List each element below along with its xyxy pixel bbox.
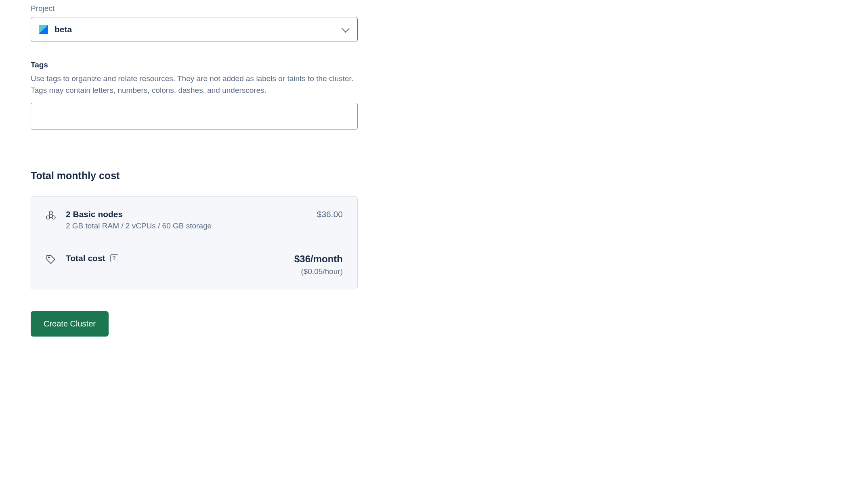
- project-icon: [39, 25, 48, 34]
- total-cost-heading: Total monthly cost: [31, 170, 358, 182]
- help-icon[interactable]: ?: [110, 254, 118, 262]
- cost-line-title: 2 Basic nodes: [66, 209, 317, 219]
- project-select-value: beta: [55, 25, 342, 34]
- cost-line-item: 2 Basic nodes 2 GB total RAM / 2 vCPUs /…: [46, 209, 343, 230]
- tags-label: Tags: [31, 61, 358, 69]
- cost-line-price: $36.00: [317, 209, 343, 219]
- chevron-down-icon: [342, 27, 349, 31]
- project-select[interactable]: beta: [31, 17, 358, 42]
- svg-point-0: [49, 211, 52, 214]
- total-hourly: ($0.05/hour): [294, 267, 343, 276]
- tag-icon: [46, 254, 56, 265]
- total-cost-label: Total cost: [66, 253, 105, 263]
- total-monthly: $36/month: [294, 253, 343, 265]
- svg-point-6: [48, 257, 50, 258]
- create-cluster-button[interactable]: Create Cluster: [31, 311, 109, 337]
- svg-line-4: [52, 214, 53, 216]
- total-row: Total cost ? $36/month ($0.05/hour): [46, 253, 343, 276]
- svg-point-2: [52, 216, 55, 219]
- divider: [46, 242, 343, 242]
- cost-card: 2 Basic nodes 2 GB total RAM / 2 vCPUs /…: [31, 196, 358, 289]
- svg-point-1: [46, 216, 50, 219]
- cost-line-details: 2 GB total RAM / 2 vCPUs / 60 GB storage: [66, 222, 317, 230]
- project-label: Project: [31, 4, 358, 13]
- nodes-icon: [46, 210, 56, 221]
- tags-helper-text: Use tags to organize and relate resource…: [31, 73, 358, 96]
- svg-line-3: [49, 214, 50, 216]
- tags-input[interactable]: [31, 103, 358, 130]
